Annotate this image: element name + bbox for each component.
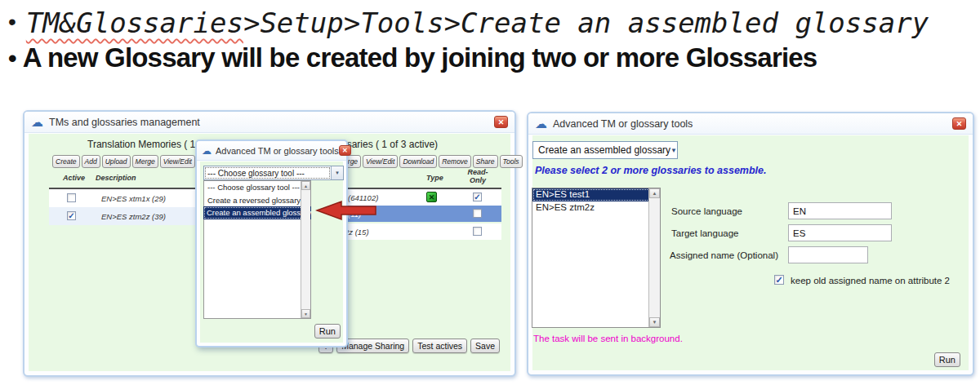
- listbox-item[interactable]: EN>ES ztm2z: [532, 201, 660, 215]
- glossary-toolbar: Merge View/Edit Download Remove Share To…: [335, 155, 523, 168]
- glossary-column-header-type: Type: [426, 174, 443, 182]
- readonly-checkbox[interactable]: [473, 209, 482, 218]
- glossary-tool-dropdown-list: --- Choose glossary tool --- Create a re…: [203, 180, 311, 319]
- chevron-down-icon: ▼: [335, 170, 340, 175]
- popup-close-button[interactable]: ✕: [339, 145, 351, 156]
- popup-titlebar[interactable]: ☁ Advanced TM or glossary tools ✕: [197, 141, 346, 161]
- cloud-icon: ☁: [31, 116, 43, 128]
- scroll-up-icon[interactable]: ▲: [301, 181, 310, 190]
- check-icon: ✓: [775, 275, 782, 285]
- window-titlebar[interactable]: ☁ Advanced TM or glossary tools ✕: [528, 113, 973, 135]
- tm-create-button[interactable]: Create: [52, 155, 80, 168]
- check-icon: ✓: [68, 211, 74, 220]
- bullet-marker: •: [8, 45, 16, 72]
- keep-name-checkbox-label: keep old assigned name on attribute 2: [791, 276, 950, 285]
- tm-description: EN>ES ztm2z (39): [101, 212, 166, 221]
- window-title: TMs and glossaries management: [49, 117, 200, 128]
- glossaries-listbox[interactable]: EN>ES test1 EN>ES ztm2z ▲ ▼: [532, 188, 661, 328]
- cloud-icon: ☁: [202, 146, 212, 156]
- breadcrumb-root: TM&Glossaries: [26, 7, 243, 39]
- keep-name-checkbox[interactable]: ✓: [774, 275, 784, 285]
- breadcrumb-path: >Setup>Tools>Create an assembled glossar…: [243, 7, 929, 39]
- tm-merge-button[interactable]: Merge: [132, 155, 158, 168]
- tm-description: EN>ES xtm1x (29): [101, 194, 166, 203]
- combobox-dropdown-button[interactable]: ▼: [331, 166, 343, 179]
- tm-view-edit-button[interactable]: View/Edit: [160, 155, 195, 168]
- cloud-icon: ☁: [535, 117, 547, 130]
- close-button[interactable]: ✕: [952, 117, 966, 130]
- save-button[interactable]: Save: [470, 339, 500, 353]
- assigned-name-label: Assigned name (Optional): [670, 250, 778, 260]
- target-language-label: Target language: [671, 228, 738, 238]
- close-icon: ✕: [956, 120, 963, 128]
- target-language-input[interactable]: [788, 224, 892, 241]
- close-button[interactable]: ✕: [494, 116, 508, 128]
- red-arrow-annotation: [315, 200, 377, 221]
- glossary-description: 2z (15): [345, 228, 369, 237]
- bullet-marker: •: [8, 9, 16, 34]
- close-icon: ✕: [498, 118, 505, 126]
- bullet-text: A new Glossary will be created by joinin…: [23, 42, 817, 73]
- tm-upload-button[interactable]: Upload: [102, 155, 131, 168]
- chevron-down-icon: ▼: [670, 147, 677, 154]
- listbox-scrollbar[interactable]: ▲ ▼: [648, 188, 660, 327]
- glossary-view-edit-button[interactable]: View/Edit: [363, 155, 398, 168]
- combobox-value: --- Choose glossary tool ---: [204, 166, 331, 179]
- close-icon: ✕: [342, 147, 348, 154]
- excel-type-icon: ✕: [426, 192, 437, 202]
- advanced-tools-popup: ☁ Advanced TM or glossary tools ✕ --- Ch…: [195, 139, 348, 347]
- dropdown-option[interactable]: --- Choose glossary tool ---: [204, 181, 310, 194]
- tm-active-checkbox[interactable]: ✓: [67, 211, 76, 220]
- dropdown-option[interactable]: Create a reversed glossary: [204, 194, 310, 207]
- scroll-down-icon[interactable]: ▼: [301, 309, 310, 318]
- combobox-value: Create an assembled glossary: [538, 144, 670, 156]
- readonly-checkbox[interactable]: [473, 227, 482, 236]
- tm-add-button[interactable]: Add: [82, 155, 100, 168]
- advanced-tools-window: ☁ Advanced TM or glossary tools ✕ Create…: [527, 112, 974, 376]
- window-titlebar[interactable]: ☁ TMs and glossaries management ✕: [24, 112, 514, 133]
- status-text: The task will be sent in background.: [533, 334, 683, 343]
- readonly-checkbox[interactable]: ✓: [473, 192, 482, 201]
- tms-management-window: ☁ TMs and glossaries management ✕ Transl…: [23, 110, 516, 377]
- glossary-download-button[interactable]: Download: [399, 155, 437, 168]
- tm-section-title: Translation Memories ( 1: [87, 139, 195, 150]
- instruction-text: Please select 2 or more glossaries to as…: [535, 165, 766, 176]
- glossary-tools-button[interactable]: Tools: [500, 155, 523, 168]
- slide: •TM&Glossaries>Setup>Tools>Create an ass…: [0, 0, 980, 385]
- glossary-tool-combobox[interactable]: --- Choose glossary tool --- ▼: [203, 166, 344, 180]
- scroll-down-icon[interactable]: ▼: [649, 317, 660, 327]
- bullet-line-1: •TM&Glossaries>Setup>Tools>Create an ass…: [8, 7, 929, 39]
- run-button[interactable]: Run: [934, 352, 960, 367]
- tool-select-combobox[interactable]: Create an assembled glossary ▼: [532, 141, 678, 159]
- assigned-name-input[interactable]: [788, 246, 868, 263]
- dropdown-scrollbar[interactable]: ▲ ▼: [301, 181, 310, 318]
- listbox-item-selected[interactable]: EN>ES test1: [532, 188, 660, 201]
- source-language-input[interactable]: [788, 202, 892, 219]
- bullet-line-2: •A new Glossary will be created by joini…: [8, 42, 817, 73]
- check-icon: ✓: [474, 192, 480, 201]
- glossary-column-header-readonly: Read-Only: [464, 169, 492, 185]
- excel-x-glyph: ✕: [429, 193, 435, 201]
- tm-active-checkbox[interactable]: [67, 193, 76, 202]
- scroll-up-icon[interactable]: ▲: [649, 188, 660, 198]
- glossary-share-button[interactable]: Share: [473, 155, 498, 168]
- popup-title: Advanced TM or glossary tools: [216, 146, 339, 156]
- tm-column-header-description: Description: [96, 174, 136, 182]
- dropdown-option-selected[interactable]: Create an assembled glossary: [203, 206, 311, 219]
- popup-run-button[interactable]: Run: [314, 324, 341, 339]
- source-language-label: Source language: [671, 206, 742, 216]
- glossary-remove-button[interactable]: Remove: [439, 155, 471, 168]
- tm-column-header-active: Active: [63, 174, 85, 182]
- window-title: Advanced TM or glossary tools: [553, 118, 693, 130]
- test-actives-button[interactable]: Test actives: [412, 339, 467, 353]
